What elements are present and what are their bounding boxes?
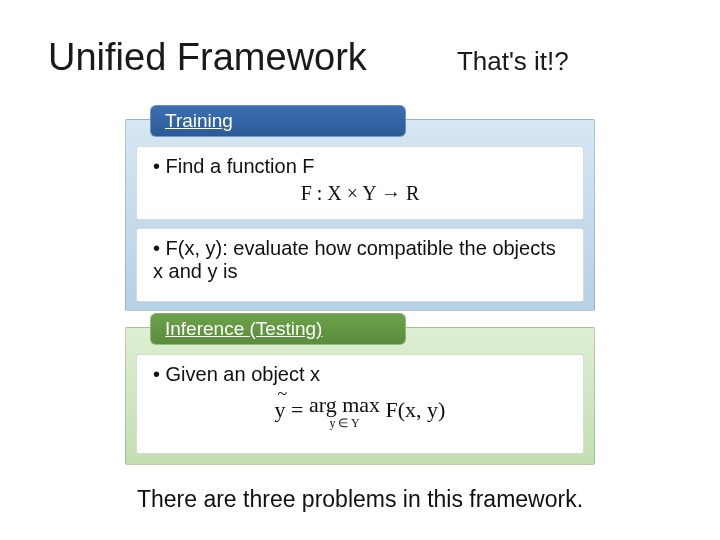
inference-formula: y = arg maxy ∈ Y F(x, y)	[153, 392, 567, 431]
title-row: Unified Framework That's it!?	[48, 36, 672, 79]
inference-formula-lhs: y	[275, 397, 286, 422]
training-bullet-1: • Find a function F	[153, 155, 567, 178]
inference-card: • Given an object x y = arg maxy ∈ Y F(x…	[136, 354, 584, 454]
inference-block: Inference (Testing) • Given an object x …	[125, 327, 595, 465]
training-tab-label: Training	[165, 110, 233, 132]
inference-formula-argmax: arg max	[309, 392, 380, 417]
training-card-2: • F(x, y): evaluate how compatible the o…	[136, 228, 584, 302]
inference-formula-eq: =	[286, 397, 309, 422]
training-bullet-2: • F(x, y): evaluate how compatible the o…	[153, 237, 567, 283]
inference-formula-rhs: F(x, y)	[380, 397, 445, 422]
training-block: Training • Find a function F F : X × Y →…	[125, 119, 595, 311]
inference-tab-label: Inference (Testing)	[165, 318, 322, 340]
inference-bullet-1: • Given an object x	[153, 363, 567, 386]
training-tab: Training	[150, 105, 406, 137]
slide-title: Unified Framework	[48, 36, 367, 79]
slide-subtitle: That's it!?	[457, 46, 569, 77]
training-formula: F : X × Y → R	[153, 182, 567, 205]
inference-formula-sub: y ∈ Y	[309, 416, 380, 431]
inference-tab: Inference (Testing)	[150, 313, 406, 345]
footer-statement: There are three problems in this framewo…	[0, 486, 720, 513]
training-card-1: • Find a function F F : X × Y → R	[136, 146, 584, 220]
